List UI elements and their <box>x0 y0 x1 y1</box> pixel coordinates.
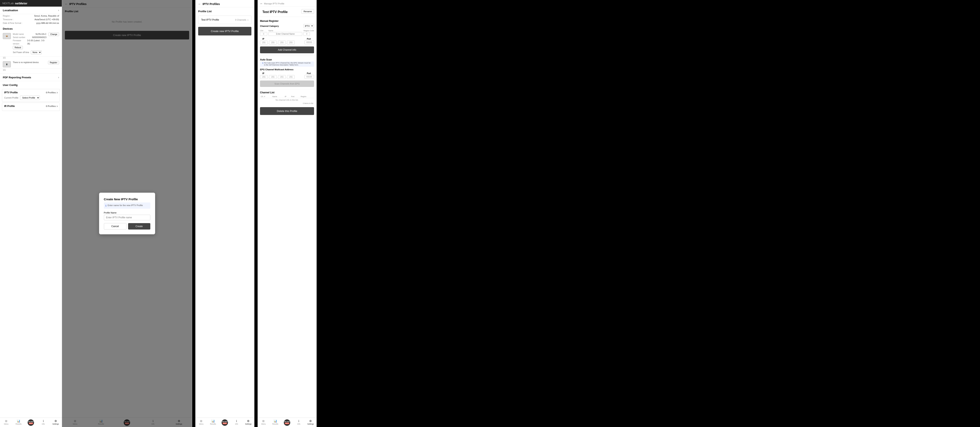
nav-menu-1[interactable]: ⊞ Menu <box>0 419 13 426</box>
channel-name-group: Name <box>269 30 302 36</box>
device-1-speed: 1G <box>0 56 62 60</box>
pdf-expand-icon: › <box>58 76 59 79</box>
pdf-section[interactable]: PDF Reporting Presets › <box>0 74 62 81</box>
panel4-header-left: ← Manage IPTV Profile <box>260 2 285 5</box>
panel4-profile-title: Test IPTV Profile <box>260 8 290 14</box>
ip-field-4[interactable] <box>287 41 294 45</box>
sn-circle-1: SN 0023 IDLE <box>28 419 34 426</box>
epg-ip-field-1[interactable] <box>260 75 267 79</box>
channel-category-select[interactable]: IPTV <box>304 24 314 28</box>
iptv-profiles-panel-filled: ← IPTV Profiles Profile List Test IPTV P… <box>196 0 255 427</box>
auto-scan-title: Auto Scan <box>258 57 317 62</box>
nav-menu-3[interactable]: ⊞ Menu <box>196 419 207 426</box>
nav-sn-4[interactable]: SN 0023 IDLE <box>281 419 293 426</box>
modal-title: Create New IPTV Profile <box>104 198 150 201</box>
nav-results-4[interactable]: 📊 Results <box>269 419 281 426</box>
bottom-nav-4: ⊞ Menu 📊 Results SN 0023 IDLE ℹ Info ⚙ S… <box>258 417 317 427</box>
panel3-create-btn[interactable]: Create new IPTV Profile <box>198 27 251 35</box>
epg-ip-field-2[interactable] <box>269 75 277 79</box>
device-2-info: There is no registered device. <box>13 61 46 64</box>
ip-field-1[interactable] <box>260 41 267 45</box>
model-label: Model name <box>13 33 24 36</box>
panel3-profile-item[interactable]: Test IPTV Profile 0 Channels › <box>198 16 251 24</box>
menu-icon-1: ⊞ <box>5 419 7 422</box>
set-power-label: Set Power off time <box>13 51 29 54</box>
modal-field-label: Profile Name <box>104 212 150 214</box>
epg-ip-field-3[interactable] <box>278 75 286 79</box>
panel4-back-icon[interactable]: ← <box>260 2 263 5</box>
nav-results-3[interactable]: 📊 Results <box>207 419 219 426</box>
serial-value: N00000NN0023 <box>32 36 46 39</box>
channel-fields-row: Ch# Name Region Code <box>258 29 317 37</box>
panel3-back-icon[interactable]: ← <box>198 2 201 6</box>
ip-dot-3: . <box>286 41 286 44</box>
modal-info-text: Enter name for the new IPTV Profile <box>108 204 143 207</box>
sn-badge-3: IDLE <box>223 422 227 424</box>
modal-profile-name-input[interactable] <box>104 215 150 220</box>
profile-select[interactable]: Select Profile <box>20 96 40 100</box>
sn-text-4: SN 0023 <box>284 421 290 422</box>
device-2-icon: 📱 <box>3 61 11 67</box>
region-value: Seoul, Korea, Republic of <box>34 14 59 17</box>
results-icon-4: 📊 <box>274 419 277 422</box>
results-label-4: Results <box>272 423 278 425</box>
modal-info: ℹ Enter name for the new IPTV Profile <box>104 202 150 209</box>
sn-text-3: SN 0023 <box>222 421 228 422</box>
nav-menu-4[interactable]: ⊞ Menu <box>258 419 269 426</box>
change-button[interactable]: Change <box>48 33 59 36</box>
channel-item-count: 0 items in list <box>260 102 314 105</box>
iptv-expand-icon: › <box>57 91 58 94</box>
nav-settings-3[interactable]: ⚙ Settings <box>242 419 254 426</box>
modal-cancel-button[interactable]: Cancel <box>104 223 127 229</box>
nav-results-1[interactable]: 📊 Results <box>13 419 25 426</box>
scan-channels-btn[interactable]: Scan Channels from EPG <box>260 81 314 87</box>
iptv-profile-label: IPTV Profile <box>4 91 18 94</box>
register-button[interactable]: Register <box>48 61 59 64</box>
region-code-input[interactable] <box>304 32 310 36</box>
localisation-section[interactable]: Localisation › <box>0 6 62 14</box>
channel-name-input[interactable] <box>269 32 302 36</box>
info-icon-4: ℹ <box>298 419 299 422</box>
ip-field-2[interactable] <box>269 41 277 45</box>
channel-list-tbody: No channel info in the list. <box>260 98 314 102</box>
reboot-button[interactable]: Reboot <box>13 46 23 49</box>
nav-info-1[interactable]: ℹ Info <box>37 419 49 426</box>
modal-overlay[interactable]: Create New IPTV Profile ℹ Enter name for… <box>62 0 192 427</box>
nav-sn-3[interactable]: SN 0023 IDLE <box>219 419 231 426</box>
auto-scan-info: ℹ For Auto scan IPTV Channel list, the E… <box>260 62 314 67</box>
epg-title: EPG Channel Multicast Address <box>258 67 317 71</box>
localisation-title: Localisation <box>3 9 18 12</box>
iptv-profile-count[interactable]: 0 Profiles › <box>46 91 58 94</box>
ir-profile-header: IR Profile 0 Profiles › <box>4 104 58 108</box>
ir-profile-item[interactable]: IR Profile 0 Profiles › <box>2 102 60 111</box>
timezone-value: Asia/Seoul (UTC +09:00) <box>34 18 59 21</box>
rename-button[interactable]: Rename <box>301 9 314 14</box>
add-channel-btn[interactable]: Add Channel info <box>260 46 314 53</box>
nav-settings-4[interactable]: ⚙ Settings <box>305 419 317 426</box>
delete-profile-btn[interactable]: Delete this Profile <box>260 107 314 115</box>
ip-dot-2: . <box>277 41 278 44</box>
ir-profile-count[interactable]: 0 Profiles › <box>46 104 58 108</box>
epg-port-input[interactable] <box>304 75 314 79</box>
power-select[interactable]: None <box>31 51 41 54</box>
region-row: Region : Seoul, Korea, Republic of <box>0 14 62 18</box>
sn-circle-4: SN 0023 IDLE <box>284 419 290 426</box>
nav-info-3[interactable]: ℹ Info <box>231 419 242 426</box>
ip-field-3[interactable] <box>278 41 286 45</box>
ch-num-group: Ch# <box>260 30 267 36</box>
panel3-spacer <box>196 37 254 417</box>
datetime-row: Date &Time format : yyyy-MM-dd HH:mm:ss <box>0 21 62 25</box>
port-input[interactable] <box>304 40 314 44</box>
results-label-3: Results <box>210 423 216 425</box>
region-code-group: Region Code <box>304 30 314 36</box>
modal-create-button[interactable]: Create <box>128 223 150 229</box>
set-power-row: Set Power off time None <box>13 50 46 55</box>
ch-num-input[interactable] <box>260 32 267 36</box>
panel4-title-row: Test IPTV Profile Rename <box>258 6 317 16</box>
nav-info-4[interactable]: ℹ Info <box>293 419 305 426</box>
nav-sn-1[interactable]: SN 0023 IDLE <box>25 419 37 426</box>
nav-settings-1[interactable]: ⚙ Settings <box>49 419 62 426</box>
epg-ip-label: IP <box>260 72 303 75</box>
menu-label-4: Menu <box>261 423 266 425</box>
epg-ip-field-4[interactable] <box>287 75 294 79</box>
